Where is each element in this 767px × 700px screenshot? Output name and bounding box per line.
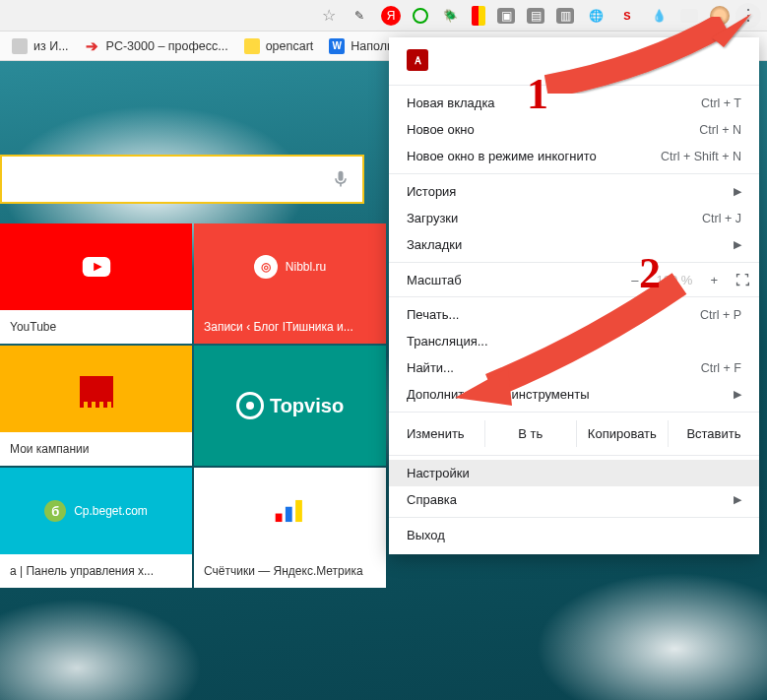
menu-settings[interactable]: Настройки: [389, 460, 759, 486]
tile-caption: YouTube: [0, 310, 192, 344]
menu-label: Новое окно в режиме инкогнито: [407, 149, 597, 163]
tile-caption: a | Панель управления х...: [0, 554, 192, 588]
bookmark-favicon: ➔: [85, 38, 100, 54]
menu-print[interactable]: Печать... Ctrl + P: [389, 301, 759, 328]
svg-rect-1: [275, 514, 282, 523]
bookmark-item[interactable]: из И...: [4, 38, 77, 54]
extension-flag-icon[interactable]: [472, 6, 485, 26]
menu-shortcut: Ctrl + T: [701, 96, 741, 110]
metrika-icon: [274, 494, 307, 528]
bookmark-favicon: W: [329, 38, 345, 54]
extension-seo-icon[interactable]: S: [617, 6, 637, 26]
menu-new-window[interactable]: Новое окно Ctrl + N: [389, 116, 759, 143]
tile-caption: Записи ‹ Блог IТишника и...: [194, 310, 386, 344]
menu-help[interactable]: Справка ▶: [389, 486, 759, 513]
menu-label: Закладки: [407, 237, 462, 252]
menu-shortcut: Ctrl + N: [699, 123, 741, 137]
menu-shortcut: Ctrl + J: [702, 212, 741, 225]
bookmark-item[interactable]: ➔ PC-3000 – професс...: [77, 38, 236, 54]
youtube-icon: [80, 250, 113, 284]
tile-campaigns[interactable]: [0, 346, 192, 432]
extension-drop-icon[interactable]: 💧: [649, 6, 669, 26]
mic-icon[interactable]: [331, 169, 351, 189]
submenu-arrow-icon: ▶: [728, 493, 741, 506]
eyedropper-icon[interactable]: ✎: [350, 6, 369, 26]
menu-cast[interactable]: Трансляция...: [389, 328, 759, 354]
menu-downloads[interactable]: Загрузки Ctrl + J: [389, 205, 759, 231]
menu-label: Новая вкладка: [407, 95, 495, 110]
menu-exit[interactable]: Выход: [389, 522, 759, 548]
menu-label: Масштаб: [407, 273, 462, 287]
menu-paste[interactable]: Вставить: [668, 420, 759, 447]
menu-label: Печать...: [407, 307, 459, 322]
extension-gray2-icon[interactable]: ▤: [527, 8, 544, 24]
extension-globe-icon[interactable]: 🌐: [586, 6, 606, 26]
browser-toolbar: ☆ ✎ Я 🪲 ▣ ▤ ▥ 🌐 S 💧 ⋮: [0, 0, 767, 32]
svg-rect-3: [295, 500, 302, 522]
menu-shortcut: Ctrl + Shift + N: [661, 150, 741, 163]
menu-edit-row: Изменить В ть Копировать Вставить: [389, 416, 759, 451]
campaign-icon: [80, 376, 113, 402]
tile-youtube[interactable]: [0, 223, 192, 310]
chrome-menu: Ａ Новая вкладка Ctrl + T Новое окно Ctrl…: [389, 37, 759, 554]
tile-nibbl[interactable]: ◎ Nibbl.ru: [194, 223, 386, 310]
bookmark-favicon: [244, 38, 260, 54]
submenu-arrow-icon: ▶: [728, 238, 741, 251]
yandex-icon[interactable]: Я: [381, 6, 401, 26]
menu-label: Справка: [407, 492, 457, 507]
tile-label: Cp.beget.com: [74, 504, 148, 518]
extension-gray3-icon[interactable]: ▥: [556, 8, 574, 24]
extension-box-icon[interactable]: [680, 9, 698, 23]
avatar-icon[interactable]: [710, 6, 730, 26]
bookmark-item[interactable]: opencart: [236, 38, 322, 54]
bookmark-label: opencart: [266, 39, 314, 53]
menu-label: Новое окно: [407, 122, 475, 137]
menu-label: Дополнительные инструменты: [407, 387, 590, 402]
menu-copy[interactable]: Копировать: [576, 420, 668, 447]
menu-history[interactable]: История ▶: [389, 178, 759, 205]
topvisor-icon: [236, 392, 264, 419]
bookmark-star-icon[interactable]: ☆: [322, 6, 336, 25]
search-box[interactable]: [0, 155, 364, 204]
menu-label: История: [407, 184, 456, 199]
menu-label: Трансляция...: [407, 334, 488, 349]
menu-shortcut: Ctrl + P: [700, 308, 741, 322]
menu-more-tools[interactable]: Дополнительные инструменты ▶: [389, 381, 759, 408]
menu-shortcut: Ctrl + F: [701, 361, 741, 375]
menu-label: Настройки: [407, 466, 470, 480]
svg-rect-2: [285, 507, 291, 522]
beget-icon: б: [44, 500, 66, 522]
menu-cut[interactable]: В ть: [484, 420, 576, 447]
menu-adobe-row[interactable]: Ａ: [389, 43, 759, 81]
adobe-icon: Ａ: [407, 49, 428, 71]
annotation-number-1: 1: [527, 69, 548, 119]
bookmark-label: PC-3000 – професс...: [106, 39, 228, 53]
submenu-arrow-icon: ▶: [728, 185, 741, 198]
menu-bookmarks[interactable]: Закладки ▶: [389, 231, 759, 258]
extension-gray1-icon[interactable]: ▣: [497, 8, 515, 24]
bookmark-label: из И...: [33, 39, 69, 53]
menu-label: Изменить: [407, 426, 465, 441]
bookmark-favicon: [12, 38, 28, 54]
fullscreen-icon[interactable]: [734, 271, 751, 288]
tile-caption: Мои кампании: [0, 432, 192, 466]
tile-caption: Счётчики — Яндекс.Метрика: [194, 554, 386, 588]
menu-find[interactable]: Найти... Ctrl + F: [389, 354, 759, 381]
chrome-menu-button[interactable]: ⋮: [735, 3, 761, 29]
menu-label: Загрузки: [407, 211, 458, 225]
extension-beetle-icon[interactable]: 🪲: [440, 6, 460, 26]
menu-new-tab[interactable]: Новая вкладка Ctrl + T: [389, 90, 759, 116]
tile-beget[interactable]: б Cp.beget.com: [0, 468, 192, 554]
annotation-number-2: 2: [639, 248, 661, 298]
tile-metrika[interactable]: [194, 468, 386, 554]
tile-label: Nibbl.ru: [286, 260, 326, 274]
tile-label: Topviso: [270, 395, 344, 417]
menu-incognito[interactable]: Новое окно в режиме инкогнито Ctrl + Shi…: [389, 143, 759, 169]
nibbl-icon: ◎: [254, 255, 278, 279]
zoom-in-button[interactable]: +: [708, 273, 720, 287]
menu-label: Выход: [407, 528, 445, 542]
tile-topvisor[interactable]: Topviso: [194, 346, 386, 466]
menu-zoom: Масштаб – 100 % +: [389, 267, 759, 292]
extension-green-icon[interactable]: [413, 8, 428, 24]
submenu-arrow-icon: ▶: [728, 388, 741, 401]
